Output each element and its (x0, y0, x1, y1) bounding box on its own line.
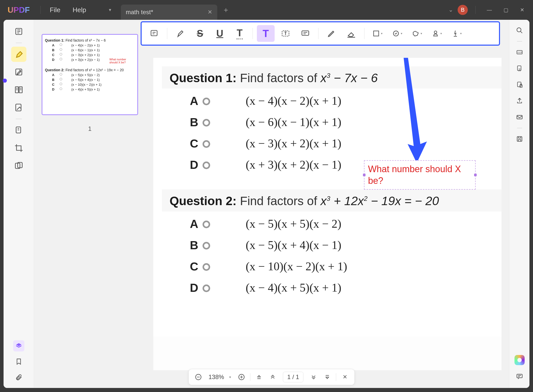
left-tool-rail (4, 20, 34, 388)
tools-icon[interactable] (11, 123, 26, 138)
highlight-tool-icon[interactable] (171, 25, 189, 42)
minimize-button[interactable]: — (483, 6, 495, 14)
option-radio[interactable] (203, 162, 210, 169)
option-row: D(x − 4)(x + 5)(x + 1) (190, 281, 502, 295)
thumb-option-row: C(x − 10)(x − 2)(x + 1) (45, 83, 135, 86)
page-indicator[interactable]: 1 / 1 (283, 372, 304, 382)
comment-mode-icon[interactable] (11, 47, 26, 62)
option-letter: A (190, 217, 203, 231)
thumb-option-row: A(x − 5)(x + 5)(x − 2) (45, 73, 135, 77)
option-row: B(x − 5)(x + 4)(x − 1) (190, 238, 502, 252)
search-icon[interactable] (513, 24, 526, 37)
tab-dropdown[interactable]: ▾ (103, 4, 118, 16)
page-organize-icon[interactable] (11, 82, 26, 97)
thumb-option-row: C(x − 3)(x + 2)(x + 1) (45, 53, 135, 57)
chevron-down-icon[interactable]: ⌄ (448, 7, 453, 13)
reader-mode-icon[interactable] (11, 24, 26, 39)
option-expression: (x − 10)(x − 2)(x + 1) (246, 260, 347, 273)
workspace: Question 1: Find factors of x³ − 7x − 6A… (4, 20, 529, 388)
ocr-icon[interactable]: OCR (513, 46, 526, 59)
option-radio[interactable] (203, 140, 210, 148)
zoom-dropdown-icon[interactable]: ▾ (229, 375, 231, 379)
email-icon[interactable] (513, 111, 526, 124)
option-row: C(x − 10)(x − 2)(x + 1) (190, 260, 502, 273)
shape-tool-icon[interactable]: ▾ (369, 25, 386, 42)
bookmark-icon[interactable] (11, 356, 26, 367)
close-icon[interactable]: ✕ (208, 9, 212, 15)
signature-tool-icon[interactable]: ▾ (448, 25, 465, 42)
close-window-button[interactable]: ✕ (517, 5, 528, 14)
form-mode-icon[interactable] (11, 100, 26, 115)
option-row: A(x − 4)(x − 2)(x + 1) (190, 94, 502, 108)
option-letter: B (190, 238, 203, 252)
option-radio[interactable] (203, 98, 210, 105)
share-icon[interactable] (513, 94, 526, 108)
question-options: A(x − 5)(x + 5)(x − 2)B(x − 5)(x + 4)(x … (162, 211, 502, 312)
right-tool-rail: OCR (509, 20, 529, 388)
document-tab[interactable]: math test* ✕ (121, 5, 217, 20)
titlebar-separator (40, 6, 41, 14)
save-icon[interactable] (513, 132, 526, 146)
zoom-in-button[interactable] (237, 372, 247, 382)
text-tool-icon[interactable]: T (257, 25, 275, 42)
thumb-option-row: B(x − 6)(x − 1)(x + 1) (45, 48, 135, 52)
last-page-button[interactable] (322, 372, 332, 382)
thumbnail-page-number: 1 (42, 125, 138, 132)
close-footer-button[interactable]: ✕ (340, 372, 350, 382)
new-tab-button[interactable]: ＋ (222, 5, 229, 15)
option-expression: (x − 5)(x + 4)(x − 1) (246, 238, 341, 252)
avatar[interactable]: B (458, 5, 468, 15)
note-tool-icon[interactable] (145, 25, 163, 42)
pencil-tool-icon[interactable] (323, 25, 340, 42)
svg-text:OCR: OCR (517, 51, 522, 54)
option-radio[interactable] (203, 263, 210, 271)
option-radio[interactable] (203, 119, 210, 127)
crop-icon[interactable] (11, 140, 26, 156)
sticker-tool-icon[interactable]: ▾ (408, 25, 426, 42)
svg-rect-22 (517, 115, 522, 119)
option-letter: C (190, 260, 203, 273)
underline-tool-icon[interactable]: U (211, 25, 229, 42)
layers-icon[interactable] (13, 340, 24, 351)
menu-file[interactable]: File (44, 4, 66, 16)
protect-icon[interactable] (513, 78, 526, 91)
convert-icon[interactable] (513, 62, 526, 75)
stamp2-tool-icon[interactable]: ▾ (428, 25, 446, 42)
option-radio[interactable] (203, 284, 210, 292)
option-row: C(x − 3)(x + 2)(x + 1) (190, 137, 502, 150)
compare-icon[interactable] (11, 158, 26, 173)
eraser-tool-icon[interactable] (342, 25, 360, 42)
comments-panel-icon[interactable] (513, 370, 526, 383)
option-row: B(x − 6)(x − 1)(x + 1) (190, 115, 502, 129)
callout-tool-icon[interactable] (296, 25, 314, 42)
page-thumbnail[interactable]: Question 1: Find factors of x³ − 7x − 6A… (42, 34, 138, 115)
ai-assistant-icon[interactable] (514, 355, 525, 365)
option-radio[interactable] (203, 242, 210, 250)
tab-label: math test* (126, 9, 153, 16)
prev-page-button[interactable] (268, 372, 278, 382)
document-area: Question 1: Find factors of x³ − 7x − 6A… (34, 20, 509, 388)
svg-rect-19 (517, 66, 521, 71)
option-letter: B (190, 115, 203, 129)
edit-text-icon[interactable] (11, 64, 26, 80)
option-expression: (x − 6)(x − 1)(x + 1) (246, 115, 341, 129)
text-annotation[interactable]: What number should X be? (364, 160, 476, 190)
next-page-button[interactable] (309, 372, 319, 382)
zoom-out-button[interactable] (193, 372, 203, 382)
option-radio[interactable] (203, 221, 210, 228)
page-viewport[interactable]: Question 1: Find factors of x3 − 7x − 6A… (153, 58, 502, 370)
first-page-button[interactable] (254, 372, 264, 382)
strikethrough-tool-icon[interactable]: S (191, 25, 209, 42)
thumb-question-heading: Question 2: Find factors of x³ + 12x² − … (45, 68, 135, 72)
rail-indicator-dot (3, 79, 7, 83)
menu-help[interactable]: Help (66, 4, 92, 16)
option-expression: (x − 4)(x + 5)(x + 1) (246, 281, 341, 294)
option-expression: (x + 3)(x + 2)(x − 1) (246, 158, 341, 171)
stamp-tool-icon[interactable]: ▾ (388, 25, 406, 42)
zoom-level: 138% (208, 373, 224, 381)
attachment-icon[interactable] (11, 372, 26, 383)
maximize-button[interactable]: ▢ (500, 5, 512, 14)
textbox-tool-icon[interactable] (277, 25, 294, 42)
squiggly-tool-icon[interactable]: T (231, 25, 248, 42)
option-expression: (x − 4)(x − 2)(x + 1) (246, 94, 341, 108)
